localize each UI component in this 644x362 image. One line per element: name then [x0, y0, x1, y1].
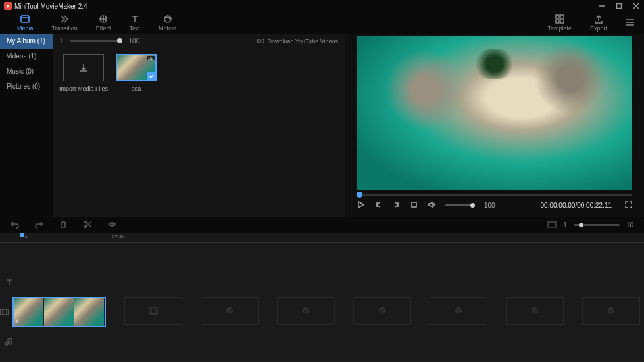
redo-button[interactable]: [35, 220, 43, 230]
preview-seek-slider[interactable]: [357, 194, 632, 196]
template-button[interactable]: Template: [538, 12, 581, 34]
empty-slot[interactable]: [430, 297, 487, 325]
timeline-toolbar: 1 10: [0, 217, 644, 233]
media-clip-label: sea: [132, 85, 141, 92]
media-thumb-duration: 22: [147, 56, 155, 60]
titlebar: MiniTool MovieMaker 2.4: [0, 0, 644, 12]
effect-icon: [98, 14, 109, 24]
main-toolbar: Media Transition Effect Text Motion Temp…: [0, 12, 644, 34]
menu-button[interactable]: [624, 16, 636, 30]
prev-frame-button[interactable]: [374, 200, 383, 210]
svg-rect-13: [548, 222, 556, 227]
sidebar-pictures-label: Pictures: [7, 83, 30, 90]
svg-rect-0: [617, 4, 622, 9]
sidebar-myalbum-count: (1): [37, 37, 45, 45]
sidebar-item-pictures[interactable]: Pictures (0): [0, 79, 53, 94]
preview-button[interactable]: [108, 220, 116, 230]
tab-effect[interactable]: Effect: [87, 12, 120, 34]
sidebar-item-myalbum[interactable]: My Album (1): [0, 34, 53, 49]
media-clip-sea[interactable]: 22 sea: [116, 54, 157, 92]
volume-slider[interactable]: [445, 204, 475, 206]
svg-rect-5: [560, 15, 564, 18]
tab-motion-label: Motion: [159, 25, 176, 32]
tab-effect-label: Effect: [96, 25, 111, 32]
clip-audio-icon: [15, 317, 20, 325]
import-media-item[interactable]: Import Media Files: [59, 54, 108, 92]
preview-panel: 100 00:00:00.00/00:00:22.11: [345, 34, 644, 217]
timeline[interactable]: 0s 22.4s: [0, 233, 644, 362]
audio-track[interactable]: [0, 332, 644, 351]
transition-icon: [59, 14, 70, 24]
app-title: MiniTool MovieMaker 2.4: [14, 3, 87, 10]
timeline-ruler[interactable]: 0s 22.4s: [0, 233, 644, 243]
template-icon: [555, 14, 565, 24]
sidebar-item-music[interactable]: Music (0): [0, 64, 53, 79]
import-label: Import Media Files: [59, 85, 108, 92]
thumb-zoom-value: 100: [129, 37, 140, 45]
sidebar-videos-count: (1): [28, 53, 36, 60]
import-box[interactable]: [63, 54, 104, 81]
empty-slot[interactable]: [124, 297, 182, 325]
svg-rect-14: [1, 309, 9, 315]
tab-text[interactable]: Text: [120, 12, 150, 34]
download-youtube-link[interactable]: Download YouTube Videos: [257, 37, 338, 45]
tab-transition-label: Transition: [52, 25, 78, 32]
video-track-icon: [0, 307, 9, 317]
sidebar-item-videos[interactable]: Videos (1): [0, 49, 53, 64]
tab-text-label: Text: [130, 25, 141, 32]
maximize-button[interactable]: [615, 2, 623, 10]
thumb-zoom-min: 1: [59, 37, 63, 45]
svg-rect-9: [412, 202, 416, 207]
svg-rect-6: [556, 20, 559, 23]
play-button[interactable]: [357, 200, 365, 210]
split-button[interactable]: [84, 220, 92, 230]
selected-check-icon: [147, 72, 155, 80]
timeline-clip[interactable]: [12, 297, 106, 327]
app-logo: [4, 2, 12, 10]
undo-button[interactable]: [11, 220, 19, 230]
export-icon: [593, 14, 604, 24]
stop-button[interactable]: [410, 200, 418, 210]
svg-point-12: [111, 223, 114, 226]
media-icon: [20, 14, 30, 24]
svg-rect-15: [149, 307, 157, 314]
svg-rect-1: [21, 16, 29, 22]
minimize-button[interactable]: [598, 2, 606, 10]
tab-media-label: Media: [17, 25, 34, 32]
next-frame-button[interactable]: [392, 200, 401, 210]
empty-slot[interactable]: [201, 297, 259, 325]
media-thumb[interactable]: 22: [116, 54, 157, 81]
thumb-zoom-slider[interactable]: [70, 40, 122, 42]
timeline-zoom-slider[interactable]: [574, 224, 620, 226]
preview-timecode: 00:00:00.00/00:00:22.11: [541, 202, 612, 209]
delete-button[interactable]: [59, 220, 68, 230]
sidebar-videos-label: Videos: [7, 53, 26, 60]
empty-slot[interactable]: [506, 297, 564, 325]
tab-motion[interactable]: Motion: [149, 12, 186, 34]
download-youtube-label: Download YouTube Videos: [267, 38, 338, 45]
svg-rect-4: [556, 15, 559, 18]
empty-slot[interactable]: [353, 297, 411, 325]
video-track[interactable]: [0, 297, 644, 327]
sidebar-music-label: Music: [7, 68, 24, 75]
empty-slot[interactable]: [582, 297, 640, 325]
close-button[interactable]: [632, 2, 640, 10]
ruler-tick-mark: 22.4s: [112, 234, 125, 240]
media-sidebar: My Album (1) Videos (1) Music (0) Pictur…: [0, 34, 53, 217]
timeline-zoom-min: 1: [563, 221, 567, 229]
timeline-zoom-max: 10: [626, 221, 633, 229]
export-label: Export: [590, 25, 607, 32]
motion-icon: [162, 14, 173, 24]
tab-media[interactable]: Media: [8, 12, 43, 34]
text-track[interactable]: [0, 273, 644, 292]
empty-slot[interactable]: [277, 297, 335, 325]
fullscreen-button[interactable]: [625, 201, 632, 210]
fit-button[interactable]: [547, 221, 557, 229]
sidebar-myalbum-label: My Album: [7, 37, 36, 45]
text-icon: [130, 14, 140, 24]
svg-rect-7: [560, 20, 564, 23]
sidebar-pictures-count: (0): [32, 83, 40, 90]
export-button[interactable]: Export: [581, 12, 616, 34]
volume-icon[interactable]: [428, 200, 436, 210]
tab-transition[interactable]: Transition: [43, 12, 87, 34]
